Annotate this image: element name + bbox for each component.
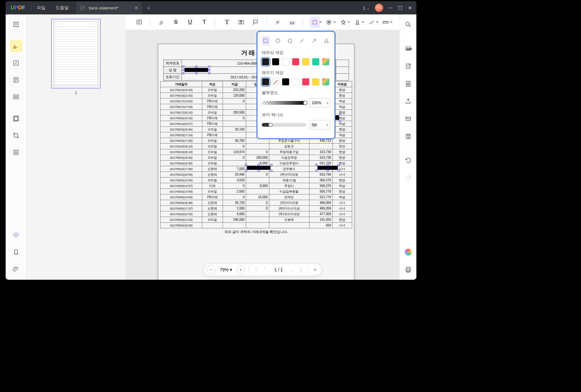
no-preview-icon [80, 5, 85, 10]
pencil-icon[interactable] [273, 17, 283, 28]
highlight-icon[interactable] [157, 17, 166, 28]
window-minimize-icon[interactable]: ─ [389, 5, 392, 11]
stamp-icon[interactable] [324, 17, 334, 28]
save-icon[interactable] [403, 131, 414, 142]
layers-icon[interactable] [10, 229, 22, 241]
document-tab[interactable]: bank-statement* ✕ [76, 1, 142, 14]
note-icon[interactable] [134, 17, 144, 28]
menu-help[interactable]: 도움말 [55, 5, 69, 11]
border-color-swatch[interactable] [312, 58, 320, 66]
border-color-swatch[interactable] [282, 58, 289, 66]
thumbnail-panel: 1 [26, 14, 125, 280]
opacity-select[interactable]: 100% [309, 98, 330, 108]
thickness-slider[interactable] [262, 123, 306, 127]
attachment-icon[interactable] [10, 263, 22, 275]
tools-icon[interactable] [10, 146, 22, 159]
svg-point-38 [406, 22, 409, 26]
eraser-icon[interactable] [287, 17, 297, 28]
convert-icon[interactable] [403, 61, 414, 72]
border-color-swatch[interactable] [292, 58, 299, 66]
shape-arrow-icon[interactable] [310, 36, 318, 45]
page-count-dropdown[interactable]: 1⌄ [363, 5, 369, 11]
fill-color-swatch[interactable] [262, 78, 269, 86]
svg-rect-32 [264, 39, 267, 43]
fill-color-swatch[interactable] [292, 78, 299, 86]
svg-rect-11 [13, 98, 18, 99]
ai-assistant-icon[interactable] [403, 246, 414, 258]
redo-icon[interactable] [403, 172, 414, 184]
underline-icon[interactable]: U [185, 17, 195, 28]
border-color-label: 테두리 색상 [262, 50, 330, 56]
signature-icon[interactable] [367, 17, 376, 28]
window-maximize-icon[interactable]: ☐ [398, 5, 402, 11]
menu-file[interactable]: 파일 [37, 5, 45, 11]
shape-triangle-icon[interactable] [322, 36, 330, 45]
last-page-icon[interactable]: ⤓ [298, 267, 304, 272]
fill-color-custom-swatch[interactable] [322, 78, 330, 86]
fill-color-row [262, 78, 330, 86]
page-indicator[interactable]: 1 / 1 [271, 267, 287, 272]
svg-point-25 [328, 21, 330, 23]
border-color-swatch[interactable] [262, 58, 269, 66]
crop-icon[interactable] [10, 129, 22, 142]
close-zoom-bar-icon[interactable]: ✕ [312, 267, 318, 272]
measure-icon[interactable] [381, 17, 391, 28]
fill-color-swatch[interactable] [302, 78, 309, 86]
svg-point-33 [276, 39, 280, 43]
shape-line-icon[interactable] [298, 36, 306, 45]
svg-marker-34 [288, 39, 292, 43]
border-color-swatch[interactable] [302, 58, 309, 66]
redact-icon[interactable] [10, 112, 22, 125]
svg-point-26 [356, 20, 358, 22]
svg-rect-51 [407, 271, 409, 273]
border-color-swatch[interactable] [272, 58, 279, 66]
redaction-selection[interactable] [246, 165, 271, 171]
stamp2-icon[interactable] [352, 17, 362, 28]
shape-polygon-icon[interactable] [286, 36, 294, 45]
border-color-custom-swatch[interactable] [322, 58, 330, 66]
edit-text-icon[interactable] [10, 57, 22, 69]
new-tab-button[interactable]: ＋ [146, 4, 151, 12]
app-logo: UPDF [6, 5, 30, 11]
window-close-icon[interactable]: ✕ [408, 5, 412, 11]
bookmark-icon[interactable] [10, 246, 22, 258]
opacity-slider[interactable] [262, 101, 306, 105]
reader-mode-icon[interactable] [10, 18, 22, 31]
callout-icon[interactable] [251, 17, 260, 28]
shape-circle-icon[interactable] [274, 36, 282, 45]
email-icon[interactable] [403, 113, 414, 124]
strikethrough-icon[interactable]: S [171, 17, 181, 28]
user-avatar[interactable]: 🧠 [375, 4, 383, 12]
search-icon[interactable] [403, 19, 414, 30]
shape-rect-icon[interactable] [262, 36, 270, 45]
prev-page-icon[interactable]: ⌃ [262, 267, 268, 272]
zoom-out-button[interactable]: − [207, 265, 215, 274]
textbox-icon[interactable]: T [236, 17, 246, 28]
next-page-icon[interactable]: ⌄ [289, 267, 295, 272]
print-icon[interactable] [403, 264, 414, 275]
sticker-icon[interactable] [338, 17, 348, 28]
redaction-selection[interactable] [317, 165, 339, 171]
fill-color-swatch[interactable] [312, 78, 320, 86]
svg-rect-45 [406, 117, 410, 121]
first-page-icon[interactable]: ⤒ [253, 267, 259, 272]
protect-icon[interactable] [403, 78, 414, 89]
ocr-icon[interactable]: OCR [403, 43, 414, 54]
page-thumbnail[interactable] [51, 19, 101, 88]
share-icon[interactable] [403, 96, 414, 107]
thickness-select[interactable]: 5pt [309, 120, 330, 130]
undo-icon[interactable] [403, 155, 414, 166]
comment-mode-icon[interactable] [10, 40, 22, 52]
fill-color-swatch[interactable] [282, 78, 289, 86]
text-icon[interactable]: T [222, 17, 232, 28]
squiggly-icon[interactable]: T [199, 17, 209, 28]
zoom-in-button[interactable]: + [236, 265, 245, 274]
redaction-selection[interactable] [183, 67, 209, 73]
form-icon[interactable] [10, 91, 22, 103]
annotation-toolbar: S U T T T [125, 14, 399, 30]
fill-color-none-swatch[interactable] [272, 78, 279, 86]
tab-close-icon[interactable]: ✕ [134, 5, 138, 11]
zoom-value[interactable]: 79% ▾ [218, 267, 234, 272]
organize-pages-icon[interactable] [10, 74, 22, 86]
shape-rectangle-icon[interactable] [310, 17, 320, 28]
